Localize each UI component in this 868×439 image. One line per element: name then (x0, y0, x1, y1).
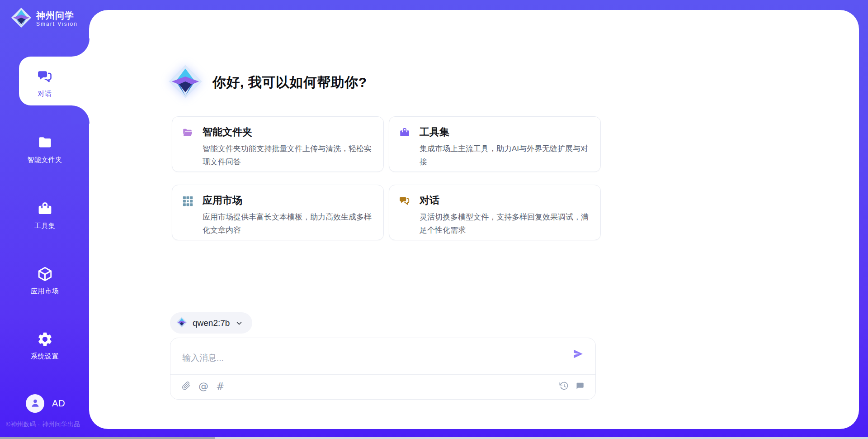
send-icon (572, 354, 584, 361)
model-selector[interactable]: qwen2:7b (170, 312, 252, 334)
app-root: 神州问学 Smart Vision 对话 智能文件夹 (0, 0, 868, 439)
sidebar-item-label: 智能文件夹 (27, 156, 62, 164)
brand-name: 神州问学 (36, 10, 78, 21)
card-title: 工具集 (420, 125, 590, 139)
folder-icon (37, 134, 53, 153)
user-profile[interactable]: AD (26, 394, 66, 413)
hash-icon[interactable]: # (216, 382, 224, 391)
avatar (26, 394, 44, 413)
mention-icon[interactable]: @ (198, 382, 208, 391)
gem-diamond-icon (176, 317, 187, 329)
chevron-down-icon (235, 319, 243, 327)
model-name: qwen2:7b (193, 318, 230, 328)
person-icon (29, 397, 41, 410)
chat-icon (37, 68, 53, 87)
feature-cards: 智能文件夹 智能文件夹功能支持批量文件上传与清洗，轻松实现文件问答 工具集 集成… (172, 116, 601, 240)
horizontal-scrollbar-thumb[interactable] (0, 437, 215, 439)
message-input[interactable] (170, 338, 595, 374)
sidebar-item-app-market[interactable]: 应用市场 (0, 266, 90, 296)
folder-open-icon (182, 125, 193, 172)
sidebar-item-chat[interactable]: 对话 (0, 68, 90, 98)
sidebar-item-label: 工具集 (34, 222, 56, 230)
card-chat[interactable]: 对话 灵活切换多模型文件，支持多样回复效果调试，满足个性化需求 (389, 185, 601, 240)
greeting-row: 你好, 我可以如何帮助你? (168, 64, 367, 100)
brand: 神州问学 Smart Vision (11, 7, 78, 30)
horizontal-scrollbar-track[interactable] (0, 437, 868, 439)
sidebar-item-label: 应用市场 (31, 287, 59, 296)
card-description: 集成市场上主流工具，助力AI与外界无缝扩展与对接 (420, 142, 590, 168)
grid-icon (182, 194, 193, 240)
sidebar-item-settings[interactable]: 系统设置 (0, 331, 90, 361)
gem-diamond-icon (11, 7, 32, 30)
gear-icon (37, 331, 53, 349)
card-description: 智能文件夹功能支持批量文件上传与清洗，轻松实现文件问答 (203, 142, 373, 168)
toolbox-icon (399, 125, 410, 172)
paperclip-icon[interactable] (181, 381, 191, 392)
card-smart-folder[interactable]: 智能文件夹 智能文件夹功能支持批量文件上传与清洗，轻松实现文件问答 (172, 116, 384, 172)
history-icon[interactable] (559, 381, 569, 392)
card-toolset[interactable]: 工具集 集成市场上主流工具，助力AI与外界无缝扩展与对接 (389, 116, 601, 172)
sidebar-item-label: 系统设置 (31, 352, 59, 361)
card-description: 灵活切换多模型文件，支持多样回复效果调试，满足个性化需求 (420, 210, 590, 237)
sidebar-item-smart-folder[interactable]: 智能文件夹 (0, 134, 90, 164)
send-button[interactable] (572, 348, 585, 361)
gem-diamond-icon (168, 64, 203, 100)
user-name: AD (52, 398, 66, 409)
message-composer: @ # (170, 338, 596, 400)
brand-subtitle: Smart Vision (36, 21, 78, 27)
message-icon[interactable] (575, 381, 585, 392)
card-title: 智能文件夹 (203, 125, 373, 139)
cube-icon (37, 266, 53, 284)
card-title: 应用市场 (203, 194, 373, 207)
composer-toolbar: @ # (170, 375, 595, 399)
sidebar-item-label: 对话 (38, 90, 52, 98)
sidebar-footer: ©神州数码 · 神州问学出品 (6, 420, 90, 429)
card-title: 对话 (420, 194, 590, 207)
chat-icon (399, 194, 410, 240)
toolbox-icon (37, 200, 53, 219)
card-app-market[interactable]: 应用市场 应用市场提供丰富长文本模板，助力高效生成多样化文章内容 (172, 185, 384, 240)
sidebar-item-toolset[interactable]: 工具集 (0, 200, 90, 230)
greeting-text: 你好, 我可以如何帮助你? (212, 73, 367, 92)
card-description: 应用市场提供丰富长文本模板，助力高效生成多样化文章内容 (203, 210, 373, 237)
